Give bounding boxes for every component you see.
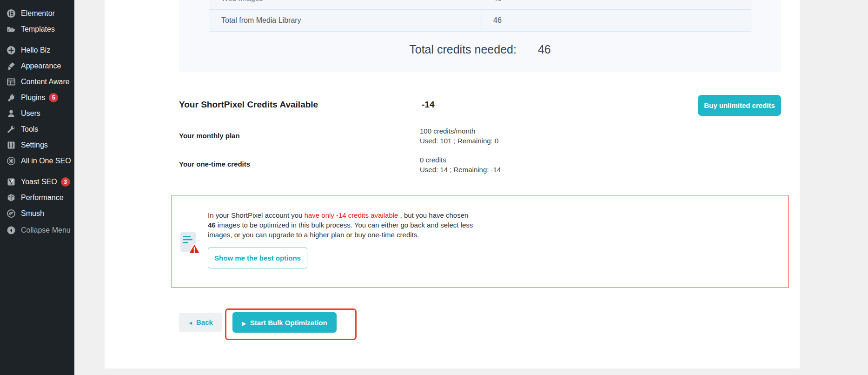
sidebar-item-performance[interactable]: Performance [0,190,74,206]
total-credits-needed: Total credits needed: 46 [179,43,781,56]
warning-text-pre: In your ShortPixel account you [208,211,305,219]
sidebar-item-label: Content Aware [21,78,70,86]
credits-summary-panel: Web Images 46 Total from Media Library 4… [179,0,781,72]
sidebar-item-label: Collapse Menu [21,226,71,234]
sidebar-item-label: Elementor [21,9,55,18]
sidebar-item-label: All in One SEO [21,157,71,165]
credits-available-heading: Your ShortPixel Credits Available [179,100,318,110]
sliders-icon [6,141,16,150]
monthly-plan-label: Your monthly plan [179,132,240,140]
wrench-icon [6,125,16,134]
sidebar-item-label: Users [21,109,40,118]
sidebar-item-label: Hello Biz [21,46,50,54]
monthly-plan-usage: Used: 101 ; Remaining: 0 [420,136,498,146]
elementor-icon [6,9,16,19]
onetime-credits-usage: Used: 14 ; Remaining: -14 [420,165,501,174]
sidebar-item-content-aware[interactable]: Content Aware [0,74,74,90]
collapse-arrow-icon [6,226,16,235]
document-alert-icon [179,231,201,256]
sidebar-item-plugins[interactable]: Plugins 5 [0,90,74,106]
summary-row-label: Web Images [209,0,482,9]
sidebar-item-label: Tools [21,125,38,134]
total-credits-label: Total credits needed: [409,43,517,56]
clipped-table-row: Web Images 46 [209,0,751,9]
monthly-plan-quota: 100 credits/month [420,126,498,136]
media-library-row: Total from Media Library 46 [209,9,751,32]
monthly-plan-detail: 100 credits/month Used: 101 ; Remaining:… [420,126,498,146]
sidebar-item-label: Plugins [21,94,45,102]
sidebar-item-hello-biz[interactable]: Hello Biz [0,42,74,58]
sidebar-item-label: Templates [21,25,55,33]
bulk-optimization-card: Web Images 46 Total from Media Library 4… [105,0,800,368]
credits-available-value: -14 [422,100,434,110]
warning-text-mid: , but you have chosen [398,211,468,219]
start-button-label: Start Bulk Optimization [250,319,327,327]
gear-circle-icon [6,156,16,166]
yoast-notification-badge: 3 [61,177,70,187]
onetime-credits-quota: 0 credits [420,155,501,165]
sidebar-item-yoast-seo[interactable]: Yoast SEO 3 [0,174,74,190]
sidebar-item-collapse-menu[interactable]: Collapse Menu [0,222,74,238]
sidebar-item-templates[interactable]: Templates [0,21,74,37]
back-button-label: Back [196,318,213,326]
onetime-credits-label: Your one-time credits [179,160,250,168]
sidebar-item-appearance[interactable]: Appearance [0,58,74,74]
sidebar-item-label: Yoast SEO [21,178,57,186]
summary-row-value: 46 [482,0,751,9]
plus-circle-icon [6,46,16,55]
total-credits-value: 46 [538,43,551,56]
sidebar-item-label: Appearance [21,62,61,70]
sidebar-item-tools[interactable]: Tools [0,121,74,137]
summary-row-value: 46 [482,10,751,31]
back-arrow-icon: ◄ [188,320,193,326]
insufficient-credits-warning-box: In your ShortPixel account you have only… [172,195,788,288]
smush-icon [6,209,16,219]
sidebar-item-label: Performance [21,194,64,202]
table-icon [6,77,16,87]
onetime-credits-detail: 0 credits Used: 14 ; Remaining: -14 [420,155,501,174]
buy-unlimited-credits-button[interactable]: Buy unlimited credits [698,95,781,116]
plug-icon [6,93,16,103]
sidebar-item-elementor[interactable]: Elementor [0,6,74,21]
warning-text-count: 46 [208,221,216,229]
yoast-icon [6,177,16,187]
back-button[interactable]: ◄Back [179,313,222,332]
user-icon [6,109,16,119]
admin-sidebar: Elementor Templates Hello Biz Appearance… [0,0,74,375]
plugins-update-badge: 5 [49,93,58,102]
sidebar-item-users[interactable]: Users [0,106,74,121]
summary-table: Web Images 46 Total from Media Library 4… [209,0,751,32]
warning-text-red: have only -14 credits available [305,211,398,219]
sidebar-item-label: Settings [21,141,48,149]
summary-row-label: Total from Media Library [209,10,482,31]
sidebar-item-settings[interactable]: Settings [0,137,74,153]
play-icon: ▶ [242,321,245,326]
show-best-options-button[interactable]: Show me the best options [208,248,307,268]
cube-icon [6,193,16,203]
paintbrush-icon [6,61,16,71]
sidebar-item-smush[interactable]: Smush [0,206,74,221]
folder-icon [6,25,16,34]
warning-message: In your ShortPixel account you have only… [208,210,475,240]
start-bulk-optimization-button[interactable]: ▶Start Bulk Optimization [232,312,337,333]
warning-text-post: images to be optimized in this bulk proc… [208,221,473,239]
sidebar-item-label: Smush [21,209,44,218]
sidebar-item-all-in-one-seo[interactable]: All in One SEO [0,153,74,169]
